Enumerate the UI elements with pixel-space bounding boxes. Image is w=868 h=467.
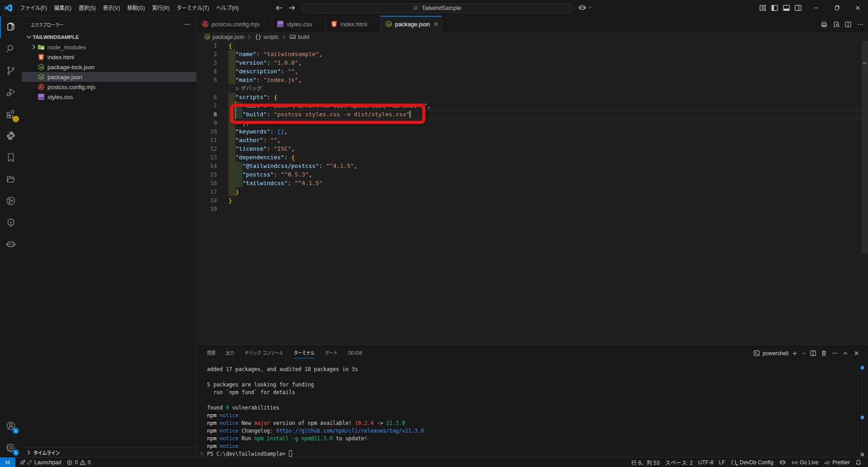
menu-選択(S)[interactable]: 選択(S) (75, 0, 99, 16)
code-editor[interactable]: 1{2··"name":·"tailwindsample",3··"versio… (197, 41, 868, 344)
notifications-item[interactable] (853, 457, 864, 467)
project-name: TAILWINDSAMPLE (33, 34, 79, 40)
line-number: 12 (197, 144, 217, 153)
breadcrumb-file[interactable]: package.json (204, 33, 244, 40)
accounts-button[interactable]: 1 (0, 415, 22, 437)
breadcrumb-symbol-build[interactable]: build (289, 33, 309, 40)
menu-移動(G)[interactable]: 移動(G) (123, 0, 148, 16)
problems-item[interactable]: 0 0 (64, 457, 93, 467)
kill-terminal-button[interactable] (818, 345, 829, 361)
toggle-sidebar-button[interactable] (769, 0, 780, 16)
activity-explorer[interactable] (0, 16, 22, 38)
cursor-position-item[interactable]: 行 8、列 53 (628, 457, 662, 467)
terminal-shell-item[interactable]: powershell (753, 350, 788, 357)
customize-layout-button[interactable] (757, 0, 769, 16)
line-number: 15 (197, 170, 217, 179)
toggle-panel-button[interactable] (780, 0, 792, 16)
tab-index.html[interactable]: index.html (326, 16, 381, 32)
launchpad-item[interactable]: Launchpad (17, 457, 64, 467)
window-maximize-button[interactable] (827, 0, 848, 16)
terminal-dropdown-button[interactable] (800, 345, 807, 361)
command-center[interactable]: TailwindSample (302, 3, 573, 13)
toggle-secondary-sidebar-button[interactable] (792, 0, 804, 16)
close-panel-button[interactable] (851, 345, 862, 361)
activity-source-control[interactable] (0, 60, 22, 81)
copilot-status-item[interactable] (776, 457, 789, 467)
editor-more-actions-button[interactable] (854, 16, 867, 32)
activity-python[interactable] (0, 125, 22, 147)
file-package-lock.json[interactable]: package-lock.json (22, 62, 196, 72)
panel-more-actions-button[interactable] (829, 345, 840, 361)
go-live-item[interactable]: Go Live (789, 457, 821, 467)
file-index.html[interactable]: index.html (22, 52, 196, 62)
print-button[interactable] (818, 16, 830, 32)
activity-extensions[interactable] (0, 103, 22, 125)
editor-scrollbar[interactable] (862, 41, 868, 253)
code-line-11: 11··"author":·"", (197, 136, 868, 144)
activity-git-graph[interactable] (0, 190, 22, 212)
code-text: ··"name":·"tailwindsample", (228, 50, 322, 58)
split-editor-button[interactable] (842, 16, 854, 32)
menu-ファイル(F)[interactable]: ファイル(F) (16, 0, 51, 16)
maximize-panel-button[interactable] (840, 345, 851, 361)
copilot-titlebar-button[interactable] (578, 4, 592, 12)
window-minimize-button[interactable] (806, 0, 827, 16)
split-terminal-button[interactable] (807, 345, 818, 361)
menu-ターミナル(T)[interactable]: ターミナル(T) (173, 0, 212, 16)
eol-item[interactable]: LF (716, 457, 728, 467)
settings-button[interactable]: 1 (0, 437, 22, 458)
activity-bookmarks[interactable] (0, 147, 22, 168)
panel-tab-DEVDB[interactable]: DEVDB (348, 345, 363, 361)
panel-tab-問題[interactable]: 問題 (207, 345, 215, 361)
encoding-item[interactable]: UTF-8 (695, 457, 716, 467)
file-postcss.config.mjs[interactable]: postcss.config.mjs (22, 82, 196, 92)
menu-実行(R)[interactable]: 実行(R) (148, 0, 173, 16)
file-package.json[interactable]: package.json (22, 72, 196, 82)
search-icon (5, 43, 16, 54)
panel-tab-ターミナル[interactable]: ターミナル (294, 345, 315, 361)
nav-back-icon[interactable] (275, 4, 283, 12)
file-node_modules[interactable]: node_modules (22, 42, 196, 52)
code-text: ··"author":·"", (228, 136, 281, 144)
window-close-button[interactable] (847, 0, 868, 16)
timeline-section-header[interactable]: タイムライン (22, 447, 196, 457)
code-text: ··"keywords":·[], (228, 127, 288, 136)
overview-ruler-mark (863, 62, 867, 64)
remote-indicator[interactable] (0, 457, 15, 467)
vscode-window: ファイル(F)編集(E)選択(S)表示(V)移動(G)実行(R)ターミナル(T)… (0, 0, 868, 467)
code-text: ····"postcss":·"^8.5.3", (228, 170, 312, 179)
code-line-6: 6··"scripts":·{ (197, 93, 868, 101)
activity-todo-tree[interactable] (0, 212, 22, 234)
terminal-output[interactable]: added 17 packages, and audited 18 packag… (197, 361, 868, 457)
menu-編集(E)[interactable]: 編集(E) (51, 0, 75, 16)
close-tab-icon[interactable] (433, 19, 439, 29)
activity-run-debug[interactable] (0, 81, 22, 103)
code-line-17: 17··} (197, 187, 868, 196)
menu-表示(V)[interactable]: 表示(V) (99, 0, 124, 16)
prettier-item[interactable]: Prettier (821, 457, 853, 467)
project-section-header[interactable]: TAILWINDSAMPLE (22, 32, 196, 42)
annotation-red-box (230, 104, 425, 124)
line-number: 16 (197, 179, 217, 187)
search-in-file-button[interactable] (830, 16, 843, 32)
panel-tab-デバッグ コンソール[interactable]: デバッグ コンソール (245, 345, 283, 361)
tab-postcss.config.mjs[interactable]: postcss.config.mjs (197, 16, 272, 32)
devdb-item[interactable]: DevDb Config (728, 457, 776, 467)
indentation-item[interactable]: スペース: 2 (662, 457, 695, 467)
file-styles.css[interactable]: styles.css (22, 92, 196, 102)
menu-ヘルプ(H)[interactable]: ヘルプ(H) (212, 0, 242, 16)
nav-forward-icon[interactable] (288, 4, 296, 12)
line-number: 1 (197, 41, 217, 50)
activity-search[interactable] (0, 38, 22, 60)
breadcrumb-symbol-scripts[interactable]: {} scripts (255, 34, 278, 40)
tab-styles.css[interactable]: styles.css (272, 16, 326, 32)
panel-tab-出力[interactable]: 出力 (226, 345, 234, 361)
activity-copilot-chat[interactable] (0, 234, 22, 255)
codelens-debug[interactable]: デバッグ (197, 84, 868, 93)
tab-package.json[interactable]: package.json (381, 16, 442, 32)
activity-project-manager[interactable] (0, 168, 22, 190)
copilot-chat-icon (5, 239, 16, 250)
explorer-more-actions-icon[interactable] (184, 21, 191, 28)
panel-tab-ポート[interactable]: ポート (325, 345, 338, 361)
new-terminal-button[interactable] (789, 345, 800, 361)
